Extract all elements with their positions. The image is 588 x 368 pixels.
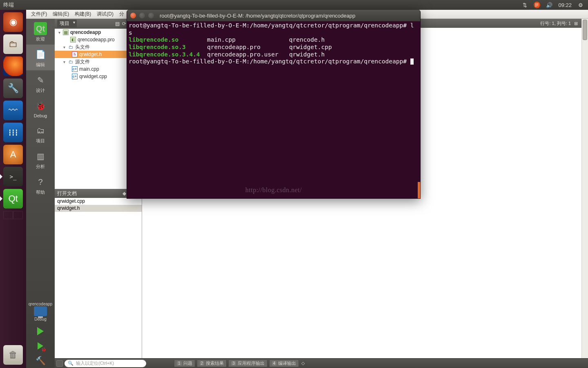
output-tab-appoutput[interactable]: 3应用程序输出 [228,359,267,367]
run-debug-button[interactable]: 🐞 [34,340,47,352]
mode-edit-label: 编辑 [26,62,55,68]
tree-source-1: qrwidget.cpp [79,74,107,79]
launcher-software-updater[interactable]: A [3,145,23,164]
ubuntu-top-panel: 终端 ⇅ 拼 🔊 09:22 ⚙ [0,0,588,10]
mode-debug[interactable]: 🐞Debug [26,96,55,121]
mode-projects[interactable]: 🗂项目 [26,121,55,146]
menu-edit[interactable]: 编辑(E) [50,10,71,18]
terminal-resize-handle[interactable] [418,182,420,198]
mode-help-label: 帮助 [26,189,55,195]
run-button[interactable] [34,325,47,337]
tab-label: 应用程序输出 [238,360,265,366]
locator-input[interactable]: 🔍 输入以定位(Ctrl+K) [65,360,146,367]
output-expand-icon[interactable]: ◇ [301,361,305,366]
open-doc-item[interactable]: qrwidget.cpp [55,198,142,205]
ubuntu-logo-icon: ◉ [9,17,17,27]
monitor-icon: 〰 [9,105,18,116]
mode-projects-label: 项目 [26,138,55,144]
folder-icon: 🗀 [68,59,74,65]
build-button[interactable]: 🔨 [34,355,47,366]
terminal-icon: >_ [10,173,17,180]
edit-icon: 📄 [34,48,47,61]
updater-icon: A [10,149,16,160]
pro-file-icon: ◧ [70,37,76,43]
clock[interactable]: 09:22 [558,2,572,8]
scrollbar-thumb[interactable] [583,20,587,40]
launcher-monitor[interactable]: 〰 [3,101,23,120]
mode-design[interactable]: ✎设计 [26,70,55,96]
watermark-text: http://blog.csdn.net/ [127,186,420,194]
qt-icon: Qt [8,193,18,204]
ls-col3-1: qrwidget.cpp [289,44,332,50]
menu-truncated[interactable]: 分 [117,10,127,18]
launcher-terminal[interactable]: >_ [3,167,23,186]
output-tab-compile[interactable]: 4编译输出 [269,359,299,367]
network-icon[interactable]: ⇅ [521,2,528,8]
qt-logo-icon: Qt [34,22,47,35]
qtcreator-bottombar: 🔍 输入以定位(Ctrl+K) 1问题 2搜索结果 3应用程序输出 4编译输出 … [55,358,588,368]
sync-icon[interactable]: ⟳ [122,21,126,27]
analyze-icon: ▥ [34,150,47,163]
window-close-button[interactable] [130,13,136,18]
input-method-icon[interactable]: 拼 [534,2,540,8]
launcher-trash[interactable]: 🗑 [3,345,23,365]
launcher-updates[interactable]: ┇┇┇ [3,123,23,142]
menu-file[interactable]: 文件(F) [29,10,49,18]
mode-help[interactable]: ?帮助 [26,172,55,198]
output-tab-search[interactable]: 2搜索结果 [197,359,227,367]
launcher-workspace[interactable] [3,211,23,219]
gear-icon[interactable]: ⚙ [577,2,584,8]
launcher-files[interactable]: 🗀 [3,34,23,54]
editor-cursor-position: 行号: 1, 列号: 1 [540,20,571,27]
trash-icon: 🗑 [9,350,18,360]
cpp-file-icon: c+ [72,74,78,79]
mode-welcome[interactable]: Qt欢迎 [26,19,55,45]
open-docs-list[interactable]: qrwidget.cpp qrwidget.h [55,198,142,358]
ls-col1-0: libqrencode.so [129,36,178,43]
open-docs-combo-icon[interactable]: ◆ [122,191,126,196]
terminal-window: root@yangtq-To-be-filled-by-O-E-M: /home… [127,10,421,199]
tree-root-label: qrencodeapp [70,29,101,35]
folder-icon: 🗀 [9,39,18,49]
term-cmd-frag-1: l [410,22,414,29]
unity-launcher: ◉ 🗀 🔧 〰 ┇┇┇ A >_ Qt 🗑 [0,10,26,368]
sidebar-view-combo[interactable]: 项目 [57,20,77,27]
cpp-file-icon: c+ [72,66,78,72]
tree-headers-label: 头文件 [75,44,90,51]
target-name: qrencodeapp [26,302,55,306]
target-selector[interactable]: qrencodeapp Debug [26,299,55,324]
editor-split-icon[interactable]: ⊞ [574,21,578,26]
open-doc-item[interactable]: qrwidget.h [55,205,142,212]
mode-welcome-label: 欢迎 [26,36,55,42]
launcher-settings[interactable]: 🔧 [3,79,23,98]
mode-edit[interactable]: 📄编辑 [26,45,55,70]
launcher-firefox[interactable] [3,56,23,76]
h-file-icon: h [72,52,78,57]
term-cmd-frag-2: s [129,29,132,36]
panel-title: 终端 [0,1,14,9]
bug-icon: 🐞 [34,99,47,112]
menu-build[interactable]: 构建(B) [72,10,94,18]
target-monitor-icon [34,306,47,316]
sidebar-toggle-button[interactable] [56,360,63,367]
play-icon [37,327,44,335]
launcher-qtcreator[interactable]: Qt [3,189,23,209]
mode-analyze[interactable]: ▥分析 [26,146,55,172]
help-icon: ? [34,175,47,188]
output-tab-issues[interactable]: 1问题 [174,359,195,367]
terminal-titlebar[interactable]: root@yangtq-To-be-filled-by-O-E-M: /home… [127,10,420,21]
term-prompt-2: root@yangtq-To-be-filled-by-O-E-M:/home/… [129,58,407,65]
launcher-dash[interactable]: ◉ [3,12,23,32]
ls-col3-0: qrencode.h [289,36,325,43]
filter-icon[interactable]: ▤ [115,21,120,27]
window-maximize-button[interactable] [148,13,154,18]
mode-debug-label: Debug [26,113,55,118]
hammer-icon: 🔨 [36,356,46,366]
volume-icon[interactable]: 🔊 [546,2,552,8]
menu-debug[interactable]: 调试(D) [94,10,116,18]
terminal-body[interactable]: root@yangtq-To-be-filled-by-O-E-M:/home/… [127,21,420,198]
window-minimize-button[interactable] [139,13,145,18]
term-prompt-1: root@yangtq-To-be-filled-by-O-E-M:/home/… [129,22,407,29]
editor-scrollbar[interactable] [581,19,588,358]
design-icon: ✎ [34,74,47,87]
